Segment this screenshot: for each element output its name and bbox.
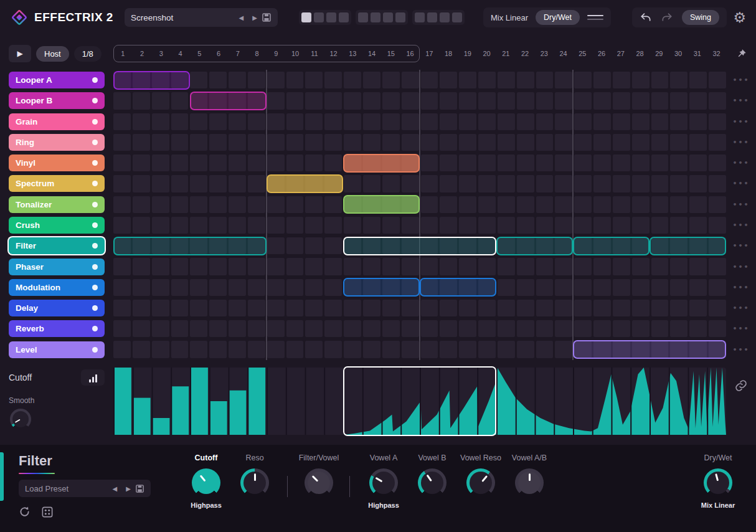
step-cell[interactable] bbox=[709, 134, 726, 151]
preset-selector[interactable]: Screenshot ◀ ▶ bbox=[125, 8, 278, 27]
step-cell[interactable] bbox=[363, 113, 380, 130]
step-cell[interactable] bbox=[363, 92, 380, 109]
automation-selection-box[interactable] bbox=[343, 366, 496, 436]
step-cell[interactable] bbox=[133, 341, 150, 358]
step-cell[interactable] bbox=[517, 196, 534, 213]
step-cell[interactable] bbox=[171, 154, 189, 171]
step-cell[interactable] bbox=[517, 134, 534, 151]
step-cell[interactable] bbox=[498, 134, 515, 151]
step-cell[interactable] bbox=[305, 279, 323, 296]
effect-block[interactable] bbox=[343, 278, 420, 297]
step-cell[interactable] bbox=[267, 154, 285, 171]
step-cell[interactable] bbox=[670, 217, 687, 234]
step-cell[interactable] bbox=[459, 72, 476, 88]
step-cell[interactable] bbox=[651, 196, 669, 213]
step-cell[interactable] bbox=[632, 72, 650, 88]
step-cell[interactable] bbox=[536, 113, 554, 130]
step-cell[interactable] bbox=[190, 196, 207, 213]
step-cell[interactable] bbox=[517, 92, 534, 109]
step-cell[interactable] bbox=[229, 300, 246, 316]
knob-vowel-a-b[interactable] bbox=[515, 468, 544, 497]
step-cell[interactable] bbox=[344, 320, 361, 337]
step-cell[interactable] bbox=[613, 196, 630, 213]
step-cell[interactable] bbox=[305, 258, 323, 275]
step-cell[interactable] bbox=[305, 237, 323, 254]
step-cell[interactable] bbox=[709, 217, 726, 234]
step-cell[interactable] bbox=[593, 154, 611, 171]
step-cell[interactable] bbox=[421, 320, 438, 337]
track-enable-dot[interactable] bbox=[92, 140, 98, 145]
step-cell[interactable] bbox=[517, 258, 534, 275]
step-cell[interactable] bbox=[555, 279, 572, 296]
step-cell[interactable] bbox=[229, 134, 246, 151]
step-cell[interactable] bbox=[267, 300, 285, 316]
step-cell[interactable] bbox=[190, 154, 207, 171]
step-cell[interactable] bbox=[421, 196, 438, 213]
step-cell[interactable] bbox=[229, 113, 246, 130]
step-cell[interactable] bbox=[152, 175, 169, 192]
step-cell[interactable] bbox=[248, 341, 265, 358]
pattern-slot-1[interactable] bbox=[301, 12, 311, 22]
step-cell[interactable] bbox=[632, 217, 650, 234]
step-cell[interactable] bbox=[440, 92, 457, 109]
step-cell[interactable] bbox=[286, 341, 304, 358]
step-cell[interactable] bbox=[402, 113, 419, 130]
step-cell[interactable] bbox=[478, 154, 496, 171]
step-cell[interactable] bbox=[651, 258, 669, 275]
knob-vowel-reso[interactable] bbox=[466, 468, 495, 497]
track-enable-dot[interactable] bbox=[92, 264, 98, 270]
step-cell[interactable] bbox=[286, 113, 304, 130]
step-cell[interactable] bbox=[632, 279, 650, 296]
step-cell[interactable] bbox=[229, 72, 246, 88]
effect-block[interactable] bbox=[343, 237, 496, 255]
step-cell[interactable] bbox=[498, 341, 515, 358]
step-cell[interactable] bbox=[113, 154, 131, 171]
track-pill-phaser[interactable]: Phaser bbox=[9, 259, 105, 275]
step-cell[interactable] bbox=[113, 113, 131, 130]
track-enable-dot[interactable] bbox=[92, 243, 98, 249]
step-cell[interactable] bbox=[113, 196, 131, 213]
effect-block[interactable] bbox=[267, 174, 343, 193]
step-cell[interactable] bbox=[305, 113, 323, 130]
step-cell[interactable] bbox=[574, 320, 592, 337]
step-cell[interactable] bbox=[670, 320, 687, 337]
knob-cutoff[interactable] bbox=[192, 468, 220, 497]
step-cell[interactable] bbox=[709, 175, 726, 192]
knob-vowel-a[interactable] bbox=[369, 468, 398, 497]
step-cell[interactable] bbox=[689, 320, 707, 337]
step-cell[interactable] bbox=[133, 175, 150, 192]
row-menu-dots[interactable]: ••• bbox=[732, 70, 749, 90]
step-cell[interactable] bbox=[689, 300, 707, 316]
effect-block[interactable] bbox=[343, 195, 420, 214]
step-cell[interactable] bbox=[517, 154, 534, 171]
step-cell[interactable] bbox=[229, 217, 246, 234]
effect-block[interactable] bbox=[113, 237, 267, 255]
step-cell[interactable] bbox=[402, 320, 419, 337]
step-cell[interactable] bbox=[478, 341, 496, 358]
step-cell[interactable] bbox=[574, 300, 592, 316]
row-menu-dots[interactable]: ••• bbox=[732, 256, 749, 277]
step-cell[interactable] bbox=[152, 300, 169, 316]
step-cell[interactable] bbox=[113, 258, 131, 275]
step-cell[interactable] bbox=[670, 72, 687, 88]
step-cell[interactable] bbox=[171, 341, 189, 358]
step-cell[interactable] bbox=[478, 196, 496, 213]
step-cell[interactable] bbox=[593, 113, 611, 130]
preset-prev-button[interactable]: ◀ bbox=[235, 14, 248, 21]
step-cell[interactable] bbox=[190, 217, 207, 234]
step-cell[interactable] bbox=[113, 341, 131, 358]
step-cell[interactable] bbox=[152, 217, 169, 234]
step-cell[interactable] bbox=[632, 300, 650, 316]
step-cell[interactable] bbox=[574, 217, 592, 234]
row-menu-dots[interactable]: ••• bbox=[732, 153, 749, 173]
redo-icon[interactable] bbox=[661, 12, 673, 23]
step-cell[interactable] bbox=[459, 320, 476, 337]
step-rate-button[interactable]: 1/8 bbox=[74, 46, 102, 62]
track-enable-dot[interactable] bbox=[92, 326, 98, 331]
step-cell[interactable] bbox=[382, 134, 400, 151]
play-button[interactable]: ▶ bbox=[9, 45, 31, 62]
step-cell[interactable] bbox=[670, 175, 687, 192]
step-cell[interactable] bbox=[363, 217, 380, 234]
step-cell[interactable] bbox=[344, 217, 361, 234]
step-cell[interactable] bbox=[209, 341, 227, 358]
